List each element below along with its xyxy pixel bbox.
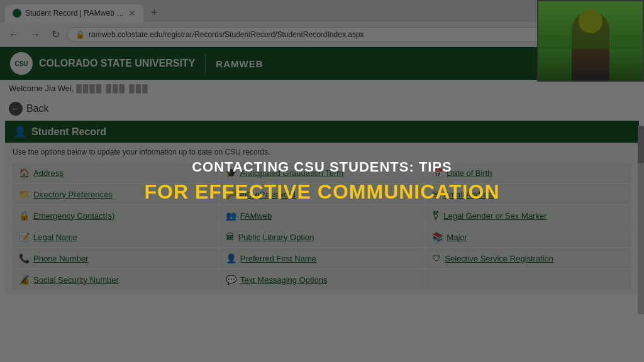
overlay-subtitle: FOR EFFECTIVE COMMUNICATION [144,180,499,204]
video-thumbnail[interactable] [537,0,644,82]
video-thumb-inner [537,0,644,82]
overlay-title: CONTACTING CSU STUDENTS: TIPS [192,159,452,175]
